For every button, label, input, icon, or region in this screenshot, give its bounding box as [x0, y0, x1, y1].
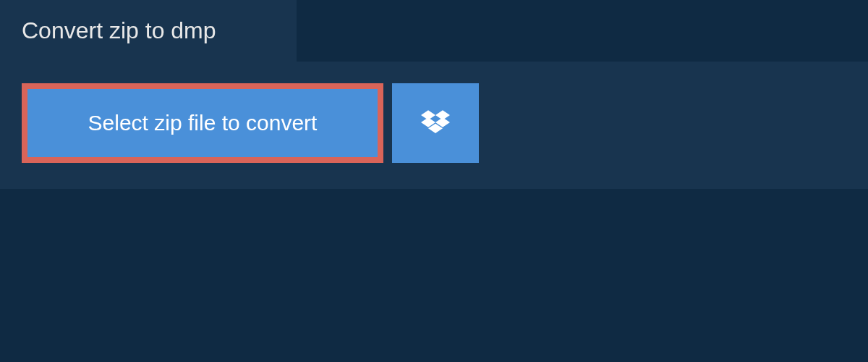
button-row: Select zip file to convert	[22, 83, 846, 163]
dropbox-button[interactable]	[392, 83, 479, 163]
upload-panel: Select zip file to convert	[0, 62, 868, 189]
page-header-tab: Convert zip to dmp	[0, 0, 297, 62]
dropbox-icon	[421, 108, 450, 139]
select-file-label: Select zip file to convert	[88, 111, 318, 135]
select-file-button[interactable]: Select zip file to convert	[22, 83, 383, 163]
page-title: Convert zip to dmp	[22, 17, 268, 44]
